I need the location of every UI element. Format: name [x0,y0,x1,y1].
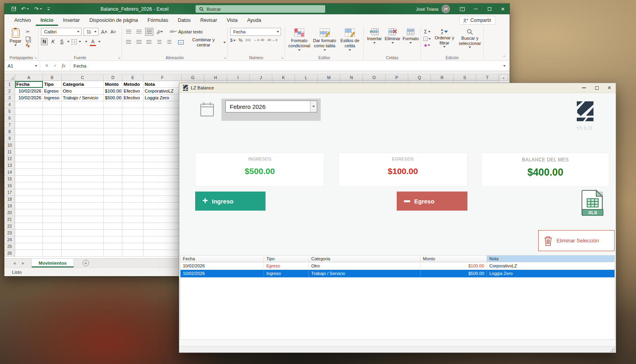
cell-A10[interactable] [15,142,43,149]
column-header-M[interactable]: M [318,74,340,81]
cell-A17[interactable] [15,189,43,196]
cell-F23[interactable] [143,230,182,236]
tab-archivo[interactable]: Archivo [10,14,36,26]
name-box[interactable]: A1 [4,61,40,71]
confirm-entry-button[interactable]: ✓ [53,63,57,68]
percent-format-button[interactable]: % [238,38,242,43]
cell-E26[interactable] [122,250,143,257]
row-header-12[interactable]: 12 [4,155,15,162]
customize-toolbar-button[interactable] [47,8,50,10]
underline-button[interactable]: S [58,38,65,45]
decrease-indent-button[interactable] [155,39,163,46]
row-header-26[interactable]: 26 [4,250,15,257]
collapse-ribbon-button[interactable]: ⌃ [502,55,506,59]
cell-C2[interactable]: Otro [62,88,104,95]
sort-filter-button[interactable]: AZ Ordenar y filtrar [432,28,456,54]
cell-D13[interactable] [104,162,122,169]
cell-E14[interactable] [122,169,143,176]
avatar[interactable]: JT [442,5,450,13]
user-name[interactable]: José Triana [416,7,438,12]
cell-E11[interactable] [122,149,143,155]
cell-A18[interactable] [15,196,43,203]
redo-button[interactable]: ↷ [34,6,42,12]
row-header-1[interactable]: 1 [4,81,15,88]
row-header-8[interactable]: 8 [4,128,15,135]
cell-E8[interactable] [122,128,143,135]
column-header-G[interactable]: G [182,74,204,81]
ribbon-display-options-button[interactable]: ^ [456,4,469,14]
table-header-tipo[interactable]: Tipo [264,256,309,262]
cell-F13[interactable] [143,162,182,169]
cell-B7[interactable] [43,122,62,128]
cell-F8[interactable] [143,128,182,135]
cell-A3[interactable]: 10/02/2026 [15,95,43,101]
cell-C15[interactable] [62,176,104,182]
cell-E5[interactable] [122,108,143,115]
cell-C14[interactable] [62,169,104,176]
cell-D4[interactable] [104,101,122,108]
cell-B3[interactable]: Ingreso [43,95,62,101]
cell-A2[interactable]: 10/02/2026 [15,88,43,95]
insert-function-button[interactable]: fx [62,63,65,69]
row-header-21[interactable]: 21 [4,216,15,223]
increase-font-button[interactable]: A˄ [101,28,108,35]
cell-F3[interactable]: Loggia Zero [143,95,182,101]
table-header-fecha[interactable]: Fecha [180,256,264,262]
cell-F7[interactable] [143,122,182,128]
cell-F16[interactable] [143,182,182,189]
row-header-10[interactable]: 10 [4,142,15,149]
cell-F21[interactable] [143,216,182,223]
tab-inicio[interactable]: Inicio [36,14,58,26]
column-header-N[interactable]: N [340,74,363,81]
scrollbar-up-arrow[interactable]: ▲ [499,74,508,81]
cell-B2[interactable]: Egreso [43,88,62,95]
cell-E22[interactable] [122,223,143,230]
align-center-button[interactable] [135,39,143,46]
align-top-button[interactable] [124,28,133,36]
italic-button[interactable]: K [50,38,56,45]
cell-B6[interactable] [43,115,62,122]
tab-disposicion[interactable]: Disposición de página [85,14,143,26]
row-header-9[interactable]: 9 [4,135,15,142]
cell-B13[interactable] [43,162,62,169]
cell-B14[interactable] [43,169,62,176]
column-header-O[interactable]: O [363,74,386,81]
cell-B4[interactable] [43,101,62,108]
cell-F6[interactable] [143,115,182,122]
delete-cells-button[interactable]: Eliminar [384,28,401,54]
conditional-format-button[interactable]: Formato condicional [287,28,311,54]
cell-C7[interactable] [62,122,104,128]
select-all-corner[interactable] [4,74,15,81]
cell-B22[interactable] [43,223,62,230]
undo-button[interactable]: ↶ [21,6,29,12]
row-header-3[interactable]: 3 [4,95,15,101]
cell-C11[interactable] [62,149,104,155]
cell-C13[interactable] [62,162,104,169]
cell-B11[interactable] [43,149,62,155]
column-header-K[interactable]: K [272,74,295,81]
row-header-15[interactable]: 15 [4,176,15,182]
cell-B9[interactable] [43,135,62,142]
cell-E3[interactable]: Efectivo [122,95,143,101]
month-selector[interactable]: Febrero 2026 [225,101,317,112]
dialog-launcher-icon[interactable]: ↘ [223,56,226,60]
cell-D22[interactable] [104,223,122,230]
cell-D14[interactable] [104,169,122,176]
cell-F15[interactable] [143,176,182,182]
cell-C6[interactable] [62,115,104,122]
cell-F17[interactable] [143,189,182,196]
add-income-button[interactable]: + Ingreso [195,192,266,211]
month-dropdown-button[interactable] [310,101,317,112]
paste-button[interactable]: Pegar [7,28,24,54]
cell-A16[interactable] [15,182,43,189]
add-expense-button[interactable]: Egreso [397,192,467,211]
row-header-2[interactable]: 2 [4,88,15,95]
table-header-categoria[interactable]: Categoria [309,256,421,262]
lz-minimize-button[interactable] [578,83,590,93]
row-header-5[interactable]: 5 [4,108,15,115]
cell-A6[interactable] [15,115,43,122]
column-header-P[interactable]: P [386,74,408,81]
cell-C22[interactable] [62,223,104,230]
cell-C5[interactable] [62,108,104,115]
align-middle-button[interactable] [135,28,143,36]
